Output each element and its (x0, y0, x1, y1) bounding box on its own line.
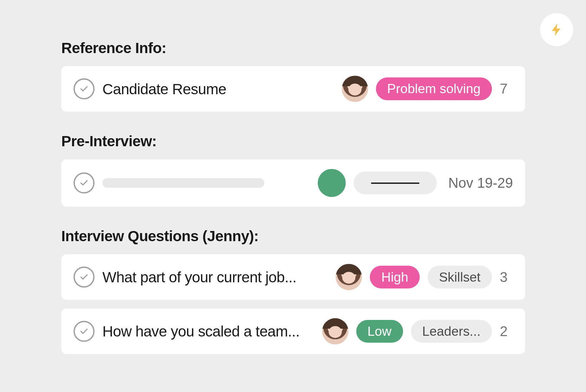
section-reference-info: Reference Info: Candidate Resume Problem… (61, 39, 525, 111)
tag-pill[interactable]: High (370, 266, 420, 289)
complete-checkbox[interactable] (73, 266, 95, 288)
task-row[interactable]: Candidate Resume Problem solving 7 (61, 66, 525, 111)
section-interview-questions: Interview Questions (Jenny): What part o… (61, 227, 525, 354)
tag-pill[interactable]: Skillset (427, 266, 492, 289)
tag-placeholder (354, 172, 437, 194)
due-date[interactable]: Nov 19-29 (448, 175, 513, 191)
check-icon (79, 326, 89, 337)
lightning-icon (549, 22, 564, 37)
subtask-count: 2 (500, 323, 513, 339)
check-icon (79, 178, 89, 188)
tag-pill[interactable]: Leaders... (411, 320, 492, 343)
check-icon (79, 272, 89, 282)
assignee-avatar[interactable] (322, 318, 348, 345)
check-icon (79, 84, 89, 94)
section-title: Interview Questions (Jenny): (61, 227, 525, 245)
task-row[interactable]: Nov 19-29 (61, 159, 525, 206)
assignee-avatar[interactable] (318, 169, 346, 197)
task-row[interactable]: How have you scaled a team... Low Leader… (61, 309, 525, 354)
assignee-avatar[interactable] (336, 264, 362, 290)
assignee-avatar[interactable] (342, 76, 368, 102)
task-title: Candidate Resume (102, 80, 334, 97)
task-title-placeholder (102, 178, 264, 188)
complete-checkbox[interactable] (73, 173, 95, 194)
complete-checkbox[interactable] (73, 78, 95, 99)
task-title: How have you scaled a team... (102, 323, 314, 340)
section-title: Reference Info: (61, 39, 525, 57)
section-pre-interview: Pre-Interview: Nov 19-29 (61, 133, 525, 206)
tag-pill[interactable]: Low (356, 320, 403, 343)
complete-checkbox[interactable] (73, 321, 95, 342)
task-row[interactable]: What part of your current job... High Sk… (61, 254, 525, 300)
task-list-container: Reference Info: Candidate Resume Problem… (0, 0, 586, 392)
subtask-count: 3 (500, 269, 513, 285)
task-title: What part of your current job... (102, 269, 328, 286)
lightning-button[interactable] (540, 13, 573, 46)
section-title: Pre-Interview: (61, 133, 525, 150)
subtask-count: 7 (500, 81, 513, 97)
tag-pill[interactable]: Problem solving (376, 77, 492, 100)
